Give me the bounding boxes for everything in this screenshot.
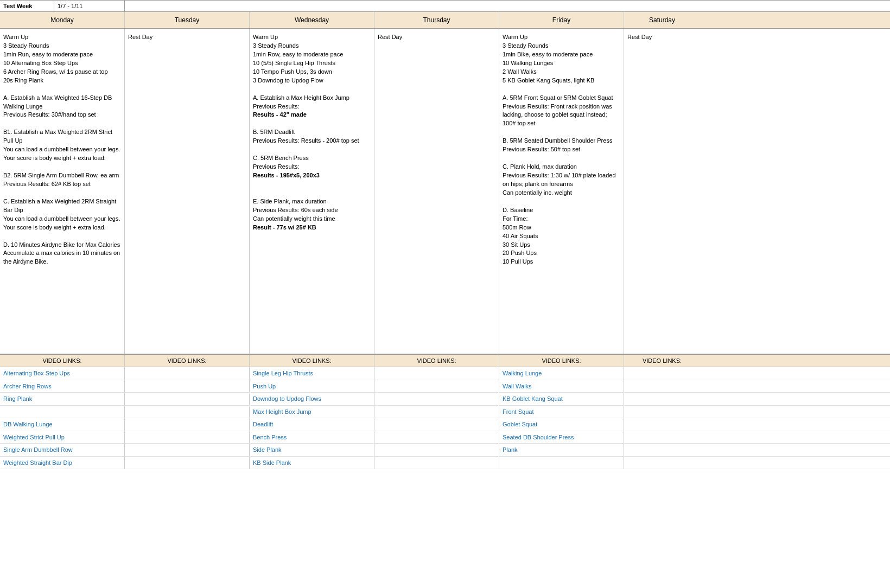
content-line: 500m Row [503,224,531,231]
video-link-cell: Deadlift [250,418,374,431]
day-header-tuesday: Tuesday [125,12,250,28]
video-link-cell [374,393,499,405]
video-link[interactable]: Bench Press [253,434,287,440]
video-link-cell [624,418,700,431]
content-line: A. Establish a Max Height Box Jump [253,94,349,101]
result-text: Results - 42" made [253,111,307,118]
content-line: 2 Wall Walks [503,68,537,75]
content-line: For Time: [503,215,527,222]
video-header-thursday: VIDEO LINKS: [374,355,499,367]
content-line: E. Side Plank, max duration [253,198,327,204]
video-link[interactable]: Front Squat [503,408,533,415]
content-line: C. Plank Hold, max duration [503,163,577,170]
video-link[interactable]: Push Up [253,383,276,389]
friday-content: Warm Up3 Steady Rounds1min Bike, easy to… [499,29,624,354]
video-link-cell [125,393,250,405]
video-link[interactable]: Plank [503,446,518,453]
video-link[interactable]: Max Height Box Jump [253,408,312,415]
video-link-row: Single Arm Dumbbell RowSide PlankPlank [0,444,890,457]
content-line: 5 KB Goblet Kang Squats, light KB [503,77,594,84]
video-link[interactable]: Seated DB Shoulder Press [503,434,574,440]
video-link-cell [374,431,499,444]
content-line: 1min Bike, easy to moderate pace [503,51,593,57]
content-line: B. 5RM Deadlift [253,129,295,135]
video-link[interactable]: Wall Walks [503,383,532,389]
content-line: A. Establish a Max Weighted 16-Step DB W… [3,94,112,110]
video-link[interactable]: Deadlift [253,421,273,427]
day-header-saturday: Saturday [624,12,700,28]
test-week-value: 1/7 - 1/11 [54,1,125,11]
day-header-monday: Monday [0,12,125,28]
video-link[interactable]: Single Leg Hip Thrusts [253,370,313,376]
content-line: 3 Downdog to Updog Flow [253,77,323,84]
saturday-content: Rest Day [624,29,700,354]
video-link-cell [624,367,700,380]
video-link-cell: Weighted Straight Bar Dip [0,457,125,469]
video-link-row: Weighted Strict Pull UpBench PressSeated… [0,431,890,444]
content-line: You can load a dumbbell between your leg… [3,215,120,231]
video-link-cell [125,367,250,380]
video-link-cell: Front Squat [499,406,624,418]
content-line: B2. 5RM Single Arm Dumbbell Row, ea arm [3,172,119,178]
video-link[interactable]: Archer Ring Rows [3,383,52,389]
video-link[interactable]: Alternating Box Step Ups [3,370,70,376]
video-link-cell [499,457,624,469]
content-line: 20s Ring Plank [3,77,43,84]
day-headers-row: Monday Tuesday Wednesday Thursday Friday… [0,12,890,29]
video-link-cell [374,457,499,469]
content-line: Warm Up [503,34,527,40]
video-link[interactable]: Walking Lunge [503,370,542,376]
content-line: Warm Up [3,34,28,40]
video-link[interactable]: Weighted Straight Bar Dip [3,459,72,466]
tuesday-content: Rest Day [125,29,250,354]
video-link-row: Ring PlankDowndog to Updog FlowsKB Goble… [0,393,890,406]
wednesday-content: Warm Up3 Steady Rounds1min Row, easy to … [250,29,374,354]
video-link[interactable]: DB Walking Lunge [3,421,53,427]
content-line: A. 5RM Front Squat or 5RM Goblet Squat [503,94,613,101]
content-line: Accumulate a max calories in 10 minutes … [3,250,120,265]
content-line: Previous Results: Results - 200# top set [253,137,359,144]
video-link[interactable]: Weighted Strict Pull Up [3,434,65,440]
content-line: Previous Results: 60s each side [253,207,338,213]
video-link-cell [125,431,250,444]
video-link[interactable]: Ring Plank [3,395,32,402]
video-header-wednesday: VIDEO LINKS: [250,355,374,367]
video-link[interactable]: Downdog to Updog Flows [253,395,321,402]
test-week-label: Test Week [0,1,54,11]
content-line: 40 Air Squats [503,233,538,239]
content-line: Previous Results: Front rack position wa… [503,103,612,127]
video-link-cell: Alternating Box Step Ups [0,367,125,380]
video-link-cell: Side Plank [250,444,374,456]
content-line: Previous Results: 50# top set [503,146,580,152]
content-line: 30 Sit Ups [503,241,530,248]
video-link[interactable]: Goblet Squat [503,421,537,427]
video-link-cell: Weighted Strict Pull Up [0,431,125,444]
video-link-cell: Push Up [250,380,374,393]
video-link-cell [125,444,250,456]
content-line: Previous Results: [253,103,300,110]
video-link-cell: Goblet Squat [499,418,624,431]
content-line: C. 5RM Bench Press [253,155,309,161]
video-link-row: DB Walking LungeDeadliftGoblet Squat [0,418,890,431]
video-link-cell: KB Side Plank [250,457,374,469]
video-link[interactable]: KB Side Plank [253,459,291,466]
video-link-cell [624,444,700,456]
video-link[interactable]: Single Arm Dumbbell Row [3,446,73,453]
video-link-cell [624,380,700,393]
video-link-cell [374,380,499,393]
video-link-cell: Single Arm Dumbbell Row [0,444,125,456]
video-link-cell [125,418,250,431]
content-line: 1min Run, easy to moderate pace [3,51,93,57]
video-link[interactable]: KB Goblet Kang Squat [503,395,563,402]
video-link-cell: KB Goblet Kang Squat [499,393,624,405]
content-line: 10 Pull Ups [503,258,533,265]
video-link-cell [0,406,125,418]
video-header-row: VIDEO LINKS: VIDEO LINKS: VIDEO LINKS: V… [0,354,890,367]
content-line: B1. Establish a Max Weighted 2RM Strict … [3,129,112,144]
video-link-row: Weighted Straight Bar DipKB Side Plank [0,457,890,470]
rest-day-text: Rest Day [378,34,402,40]
video-link[interactable]: Side Plank [253,446,282,453]
content-line: 3 Steady Rounds [253,42,298,49]
day-header-friday: Friday [499,12,624,28]
day-header-thursday: Thursday [374,12,499,28]
